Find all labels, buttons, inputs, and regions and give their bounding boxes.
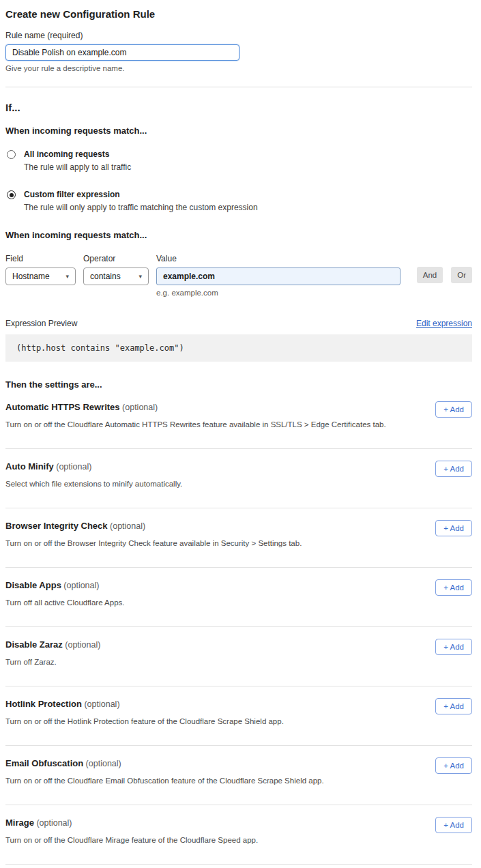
setting-add-button[interactable]: + Add xyxy=(435,579,472,596)
setting-title: Hotlink Protection xyxy=(5,699,82,709)
chevron-down-icon: ▾ xyxy=(65,273,69,280)
setting-title: Mirage xyxy=(5,818,34,828)
setting-optional-tag: (optional) xyxy=(83,759,121,768)
setting-add-button[interactable]: + Add xyxy=(435,698,472,714)
rule-name-label: Rule name (required) xyxy=(5,31,472,40)
setting-row: Automatic HTTPS Rewrites (optional)Turn … xyxy=(5,390,472,449)
radio-option-description: The rule will only apply to traffic matc… xyxy=(24,203,258,212)
setting-row: Hotlink Protection (optional)Turn on or … xyxy=(5,686,472,746)
setting-info: Automatic HTTPS Rewrites (optional)Turn … xyxy=(5,401,386,429)
setting-optional-tag: (optional) xyxy=(63,640,101,650)
setting-row: Browser Integrity Check (optional)Turn o… xyxy=(5,508,472,568)
setting-add-button[interactable]: + Add xyxy=(435,401,472,418)
setting-row: Mirage (optional)Turn on or off the Clou… xyxy=(5,805,472,865)
setting-optional-tag: (optional) xyxy=(54,462,92,472)
setting-optional-tag: (optional) xyxy=(34,818,72,828)
setting-title: Automatic HTTPS Rewrites xyxy=(5,402,120,412)
value-help: e.g. example.com xyxy=(156,289,400,297)
setting-info: Auto Minify (optional)Select which file … xyxy=(5,460,182,488)
setting-add-button[interactable]: + Add xyxy=(435,757,472,774)
radio-option-label: All incoming requests xyxy=(24,149,131,160)
value-input[interactable] xyxy=(156,267,400,285)
setting-row: Opportunistic Encryption (optional)Turn … xyxy=(5,865,472,868)
then-settings-heading: Then the settings are... xyxy=(5,379,472,390)
expression-preview-label: Expression Preview xyxy=(5,319,77,328)
radio-option-all-requests[interactable]: All incoming requests The rule will appl… xyxy=(5,149,472,172)
setting-info: Hotlink Protection (optional)Turn on or … xyxy=(5,697,284,725)
radio-option-custom-expression[interactable]: Custom filter expression The rule will o… xyxy=(5,190,472,212)
setting-description: Select which file extensions to minify a… xyxy=(5,480,182,488)
operator-label: Operator xyxy=(83,254,149,263)
divider xyxy=(5,87,472,87)
field-select-value: Hostname xyxy=(12,272,50,281)
radio-option-description: The rule will apply to all traffic xyxy=(24,162,131,172)
operator-select[interactable]: contains ▾ xyxy=(83,267,149,285)
setting-title: Browser Integrity Check xyxy=(5,521,108,531)
field-label: Field xyxy=(5,254,76,263)
setting-row: Email Obfuscation (optional)Turn on or o… xyxy=(5,746,472,805)
settings-list: Automatic HTTPS Rewrites (optional)Turn … xyxy=(5,390,472,868)
setting-description: Turn on or off the Cloudflare Mirage fea… xyxy=(5,836,258,844)
setting-description: Turn off Zaraz. xyxy=(5,658,100,666)
field-select[interactable]: Hostname ▾ xyxy=(5,267,76,285)
setting-optional-tag: (optional) xyxy=(120,403,158,412)
setting-description: Turn on or off the Browser Integrity Che… xyxy=(5,539,302,547)
setting-add-button[interactable]: + Add xyxy=(435,817,472,833)
setting-row: Auto Minify (optional)Select which file … xyxy=(5,449,472,508)
match-heading: When incoming requests match... xyxy=(5,126,472,136)
rule-name-help: Give your rule a descriptive name. xyxy=(5,64,472,72)
setting-description: Turn on or off the Hotlink Protection fe… xyxy=(5,717,284,725)
expression-preview-code: (http.host contains "example.com") xyxy=(5,334,472,362)
setting-description: Turn on or off the Cloudflare Email Obfu… xyxy=(5,777,324,785)
expression-builder-row: Field Hostname ▾ Operator contains ▾ Val… xyxy=(5,254,472,297)
rule-name-input[interactable] xyxy=(5,44,239,61)
builder-heading: When incoming requests match... xyxy=(5,230,472,240)
setting-description: Turn on or off the Cloudflare Automatic … xyxy=(5,420,386,429)
setting-title: Disable Zaraz xyxy=(5,639,63,650)
setting-title: Auto Minify xyxy=(5,461,54,472)
setting-info: Mirage (optional)Turn on or off the Clou… xyxy=(5,816,258,844)
setting-optional-tag: (optional) xyxy=(61,581,100,590)
setting-info: Disable Zaraz (optional)Turn off Zaraz. xyxy=(5,638,100,666)
value-label: Value xyxy=(156,254,400,263)
page-title: Create new Configuration Rule xyxy=(5,8,472,20)
setting-add-button[interactable]: + Add xyxy=(435,639,472,655)
setting-info: Disable Apps (optional)Turn off all acti… xyxy=(5,579,125,607)
or-button[interactable]: Or xyxy=(451,267,472,283)
setting-info: Email Obfuscation (optional)Turn on or o… xyxy=(5,757,324,785)
radio-button[interactable] xyxy=(7,150,16,159)
setting-info: Browser Integrity Check (optional)Turn o… xyxy=(5,519,302,547)
setting-title: Disable Apps xyxy=(5,580,61,590)
if-heading: If... xyxy=(5,102,472,113)
setting-description: Turn off all active Cloudflare Apps. xyxy=(5,598,125,607)
setting-add-button[interactable]: + Add xyxy=(435,461,472,477)
setting-row: Disable Zaraz (optional)Turn off Zaraz.+… xyxy=(5,627,472,686)
setting-optional-tag: (optional) xyxy=(108,521,146,531)
radio-button[interactable] xyxy=(7,190,16,199)
setting-optional-tag: (optional) xyxy=(82,699,120,709)
setting-title: Email Obfuscation xyxy=(5,758,83,768)
radio-option-label: Custom filter expression xyxy=(24,190,258,200)
setting-row: Disable Apps (optional)Turn off all acti… xyxy=(5,568,472,627)
chevron-down-icon: ▾ xyxy=(139,273,142,280)
setting-add-button[interactable]: + Add xyxy=(435,520,472,536)
and-button[interactable]: And xyxy=(417,267,443,283)
operator-select-value: contains xyxy=(90,272,121,281)
edit-expression-link[interactable]: Edit expression xyxy=(416,319,472,328)
